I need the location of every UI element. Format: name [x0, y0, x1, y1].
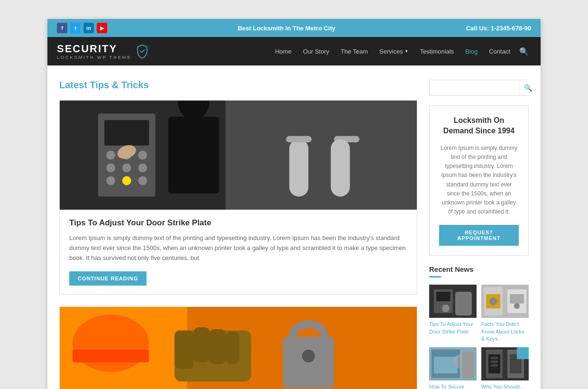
facebook-icon[interactable]: f [57, 23, 67, 33]
news-item-3: How To Secure Your... [429, 347, 477, 389]
linkedin-icon[interactable]: in [83, 23, 94, 33]
svg-rect-27 [193, 327, 210, 362]
youtube-icon[interactable]: ▶ [97, 23, 107, 33]
continue-reading-button-1[interactable]: CONTINUE READING [69, 271, 147, 286]
svg-rect-55 [491, 364, 498, 367]
svg-rect-4 [104, 120, 149, 146]
svg-point-5 [106, 151, 115, 160]
news-item-1: Tips To Adjust Your Door Strike Plate [429, 285, 477, 343]
nav-home[interactable]: Home [270, 39, 296, 64]
svg-point-23 [73, 315, 149, 372]
svg-point-44 [514, 303, 520, 309]
svg-rect-14 [289, 139, 308, 196]
section-title: Latest Tips & Tricks [59, 80, 417, 91]
nav-links: Home Our Story The Team Services ▼ Testi… [270, 39, 531, 64]
article-card-2 [59, 306, 417, 389]
news-item-3-title[interactable]: How To Secure Your... [429, 383, 477, 389]
article-1-title: Tips To Adjust Your Door Strike Plate [69, 218, 407, 228]
news-grid: Tips To Adjust Your Door Strike Plate [429, 285, 529, 389]
svg-rect-17 [331, 139, 349, 196]
nav-testimonials[interactable]: Testimonials [415, 39, 459, 64]
dropdown-arrow: ▼ [404, 49, 409, 54]
main-content: Latest Tips & Tricks [59, 80, 417, 389]
news-thumb-4 [481, 347, 529, 380]
svg-point-8 [106, 163, 115, 172]
locksmith-box: Locksmith On Demand Since 1994 Lorem Ips… [429, 105, 529, 256]
top-bar-phone: Call Us: 1-2345-678-90 [466, 25, 531, 32]
news-thumb-3 [429, 347, 477, 380]
logo-subtitle: LOCKSMITH WP THEME [57, 55, 131, 60]
svg-point-9 [122, 163, 131, 172]
article-2-image [60, 307, 417, 389]
locksmith-title: Locksmith On Demand Since 1994 [439, 115, 519, 137]
nav-blog[interactable]: Blog [460, 39, 482, 64]
top-bar: f t in ▶ Best Locksmith In The Metro Cit… [47, 19, 541, 37]
svg-rect-19 [168, 117, 220, 193]
svg-point-12 [122, 176, 131, 185]
svg-rect-54 [491, 361, 498, 363]
logo[interactable]: SECURITY LOCKSMITH WP THEME [57, 37, 149, 65]
svg-rect-43 [510, 294, 524, 304]
news-item-2-title[interactable]: Facts You Didn't Know About Locks & Keys [481, 321, 529, 343]
top-bar-tagline: Best Locksmith In The Metro City [238, 25, 335, 32]
search-button[interactable]: 🔍 [519, 80, 537, 95]
logo-name: SECURITY [57, 43, 131, 55]
social-icons: f t in ▶ [57, 23, 107, 33]
nav-services[interactable]: Services ▼ [375, 39, 413, 64]
svg-rect-53 [491, 357, 498, 359]
nav-our-story[interactable]: Our Story [298, 39, 334, 64]
article-1-excerpt: Lorem Ipsum is simply dummy text of the … [69, 233, 407, 263]
svg-point-7 [138, 151, 147, 160]
twitter-icon[interactable]: t [70, 23, 81, 33]
svg-point-13 [138, 176, 147, 185]
locksmith-desc: Lorem Ipsum is simply dummy text of the … [439, 144, 519, 217]
news-item-1-title[interactable]: Tips To Adjust Your Door Strike Plate [429, 321, 477, 335]
svg-point-36 [442, 305, 450, 312]
nav-bar: SECURITY LOCKSMITH WP THEME Home Our Sto… [47, 37, 541, 65]
article-card-1: Tips To Adjust Your Door Strike Plate Lo… [59, 100, 417, 295]
content-area: Latest Tips & Tricks [47, 65, 541, 389]
sidebar: 🔍 Locksmith On Demand Since 1994 Lorem I… [429, 80, 529, 389]
svg-rect-24 [73, 350, 149, 362]
request-appointment-button[interactable]: REQUEST APPOINTMENT [439, 225, 519, 246]
article-1-image [60, 101, 417, 210]
sidebar-search[interactable]: 🔍 [429, 80, 529, 96]
news-thumb-2 [481, 285, 529, 318]
recent-news-divider [429, 276, 441, 278]
search-input[interactable] [430, 80, 519, 95]
svg-rect-29 [226, 332, 240, 364]
news-thumb-1 [429, 285, 477, 318]
news-item-2: Facts You Didn't Know About Locks & Keys [481, 285, 529, 343]
recent-news-title: Recent News [429, 265, 529, 273]
svg-point-11 [106, 176, 115, 185]
nav-contact[interactable]: Contact [484, 39, 515, 64]
svg-point-32 [302, 350, 315, 362]
news-item-4-title[interactable]: Why You Should... [481, 383, 529, 389]
news-item-4: Why You Should... [481, 347, 529, 389]
svg-rect-37 [455, 292, 472, 315]
svg-rect-2 [226, 101, 417, 210]
article-1-body: Tips To Adjust Your Door Strike Plate Lo… [60, 210, 417, 294]
svg-point-41 [489, 297, 497, 305]
svg-rect-28 [210, 329, 226, 364]
recent-news: Recent News [429, 265, 529, 389]
shield-icon [135, 44, 149, 58]
nav-search-icon[interactable]: 🔍 [517, 47, 531, 56]
nav-the-team[interactable]: The Team [336, 39, 373, 64]
svg-rect-15 [286, 136, 312, 142]
svg-point-10 [138, 163, 147, 172]
svg-rect-35 [436, 292, 450, 301]
svg-rect-26 [175, 331, 193, 369]
svg-rect-49 [462, 352, 474, 378]
